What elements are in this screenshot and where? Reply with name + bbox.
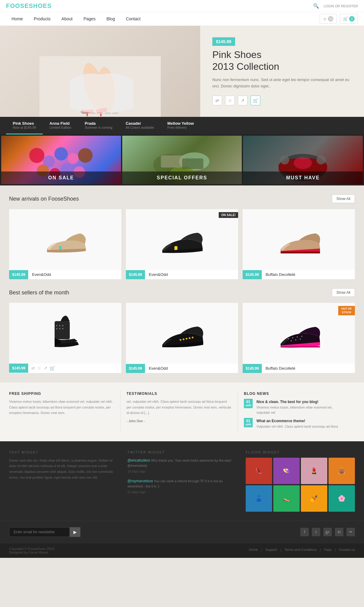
nav-home[interactable]: Home bbox=[6, 12, 28, 25]
footer-link-faqs[interactable]: Faqs bbox=[324, 548, 331, 553]
tab-mellow-sub: Free delivery bbox=[167, 126, 194, 129]
search-button[interactable]: 🔍 bbox=[313, 3, 319, 9]
nav-products[interactable]: Products bbox=[28, 12, 56, 25]
social-facebook[interactable]: f bbox=[300, 528, 309, 536]
social-google-plus[interactable]: g+ bbox=[323, 528, 332, 536]
product-img-1 bbox=[9, 209, 121, 270]
flickr-thumb-6[interactable]: 👡 bbox=[273, 485, 300, 512]
best-seller-card-2[interactable]: $145.99 Even&Odd bbox=[126, 303, 238, 373]
hero-cart-btn[interactable]: 🛒 bbox=[251, 96, 260, 105]
flickr-thumb-3[interactable]: 💄 bbox=[301, 458, 327, 484]
flickr-thumb-7[interactable]: 💅 bbox=[301, 485, 327, 512]
hero-compare-btn[interactable]: ⇄ bbox=[212, 96, 222, 105]
tab-pink-shoes[interactable]: Pink Shoes Now at $145.99 bbox=[6, 117, 43, 134]
svg-point-39 bbox=[288, 338, 289, 339]
footer-link-support[interactable]: Support bbox=[265, 548, 277, 553]
tweet-handle-2[interactable]: @roymarvelous bbox=[127, 479, 153, 483]
tab-prada[interactable]: Prada Summer is coming bbox=[78, 117, 119, 134]
slider-dot-2[interactable] bbox=[89, 113, 96, 114]
social-other[interactable]: •• bbox=[346, 528, 355, 536]
footer-info: FREE SHIPPING Vivamus metus turpis, bibe… bbox=[0, 382, 364, 441]
blog-link-2[interactable]: What an Ecommerce theme! bbox=[256, 419, 305, 423]
banner-must-have[interactable]: MUST HAVE bbox=[243, 136, 363, 184]
newsletter-submit-btn[interactable]: ▶ bbox=[70, 527, 80, 537]
footer-link-terms[interactable]: Terms and Conditions bbox=[285, 548, 317, 553]
tab-pink-shoes-sub: Now at $145.99 bbox=[13, 126, 36, 129]
banner-on-sale[interactable]: ON SALE bbox=[1, 136, 121, 184]
tab-casadei-name: Casadei bbox=[126, 121, 154, 126]
tab-casadei[interactable]: Casadei All Colors available bbox=[119, 117, 161, 134]
share-icon-1[interactable]: ↗ bbox=[44, 366, 47, 371]
flickr-thumb-5[interactable]: 👗 bbox=[246, 485, 272, 512]
blog-date-2: 01APR bbox=[244, 418, 253, 427]
slider-dot-1[interactable] bbox=[82, 113, 88, 114]
nav-blog[interactable]: Blog bbox=[101, 12, 120, 25]
brand-logo[interactable]: FOOSESHOES bbox=[6, 2, 52, 9]
banner-on-sale-overlay: ON SALE bbox=[1, 171, 121, 184]
flickr-thumb-4[interactable]: 👜 bbox=[329, 458, 355, 484]
slider-dot-5[interactable] bbox=[112, 113, 118, 114]
product-card-2[interactable]: ON SALE! $145.99 Even&Odd bbox=[126, 209, 238, 279]
cart-icon: 🛒 bbox=[343, 17, 348, 21]
svg-rect-17 bbox=[161, 155, 185, 168]
svg-point-36 bbox=[180, 339, 181, 341]
newsletter-email-input[interactable] bbox=[9, 527, 70, 537]
flickr-thumb-2[interactable]: 👒 bbox=[273, 458, 300, 484]
wishlist-count: 10 bbox=[328, 16, 333, 22]
svg-rect-38 bbox=[281, 346, 320, 348]
boot-img-1 bbox=[44, 312, 86, 354]
flickr-thumb-1[interactable]: 👠 bbox=[246, 458, 272, 484]
slider-dot-4[interactable] bbox=[105, 113, 111, 114]
wishlist-button[interactable]: ☆ 10 bbox=[320, 14, 337, 24]
flickr-thumb-8[interactable]: 🌸 bbox=[329, 485, 355, 512]
svg-point-41 bbox=[297, 337, 298, 337]
tab-anna-field[interactable]: Anna Field Limited Edition bbox=[43, 117, 78, 134]
blog-excerpt-2: Vulputate vel nibh. Class aptent taciti … bbox=[256, 424, 346, 429]
hero-wishlist-btn[interactable]: ☆ bbox=[225, 96, 235, 105]
tab-casadei-sub: All Colors available bbox=[126, 126, 154, 129]
svg-point-20 bbox=[280, 155, 289, 164]
slider-dot-3[interactable] bbox=[97, 113, 103, 114]
compare-icon-1[interactable]: ⇄ bbox=[31, 366, 35, 371]
nav-pages[interactable]: Pages bbox=[78, 12, 101, 25]
best-seller-img-1 bbox=[9, 303, 121, 364]
tweet-handle-1[interactable]: @ericafustero bbox=[127, 458, 150, 463]
shipping-col: FREE SHIPPING Vivamus metus turpis, bibe… bbox=[9, 392, 120, 432]
footer-link-home[interactable]: Home bbox=[249, 548, 258, 553]
shoe-img-3 bbox=[275, 218, 323, 261]
svg-point-22 bbox=[294, 157, 312, 169]
best-seller-card-1[interactable]: $145.99 ⇄ ☆ ↗ 🛒 bbox=[9, 303, 121, 373]
svg-point-9 bbox=[78, 148, 93, 163]
svg-point-37 bbox=[192, 337, 194, 338]
product-card-3[interactable]: $145.99 Buffalo Decolletè bbox=[243, 209, 355, 279]
login-register-link[interactable]: LOGIN or REGISTER bbox=[324, 4, 358, 8]
blog-content-1: Nice & clean. The best for you blog! Viv… bbox=[256, 399, 346, 415]
svg-point-40 bbox=[292, 337, 293, 338]
hero-share-btn[interactable]: ↗ bbox=[238, 96, 248, 105]
wishlist-icon-1[interactable]: ☆ bbox=[37, 366, 41, 371]
nav-contact[interactable]: Contact bbox=[120, 12, 146, 25]
svg-point-33 bbox=[183, 338, 184, 340]
cart-icon-1[interactable]: 🛒 bbox=[50, 366, 55, 371]
banner-special-offers[interactable]: SPECIAL OFFERS bbox=[122, 136, 242, 184]
cart-button[interactable]: 🛒 0 bbox=[340, 14, 358, 24]
svg-rect-18 bbox=[182, 158, 203, 169]
footer-link-contact[interactable]: Contact us bbox=[339, 548, 355, 553]
svg-point-8 bbox=[68, 153, 79, 164]
social-linkedin[interactable]: in bbox=[335, 528, 343, 536]
product-footer-3: $145.99 Buffalo Decolletè bbox=[243, 270, 355, 279]
product-card-1[interactable]: $145.99 Even&Odd bbox=[9, 209, 121, 279]
blog-link-1[interactable]: Nice & clean. The best for you blog! bbox=[256, 400, 318, 404]
best-seller-card-3[interactable]: OUT OF STOCK $145 bbox=[243, 303, 355, 373]
hero-description: Nunc non fermentum nunc. Sed ut ante ege… bbox=[212, 77, 352, 90]
text-widget-text: Donec sed odio dui. Nulla vitae elit lib… bbox=[9, 458, 118, 480]
blog-title: BLOG NEWS bbox=[244, 392, 349, 396]
new-arrivals-show-all[interactable]: Show All bbox=[332, 195, 355, 203]
social-twitter[interactable]: t bbox=[312, 528, 320, 536]
testimonials-title: TESTIMONIALS bbox=[126, 392, 231, 396]
nav-about[interactable]: About bbox=[56, 12, 78, 25]
svg-point-45 bbox=[300, 339, 301, 340]
tab-mellow-yellow[interactable]: Mellow Yellow Free delivery bbox=[161, 117, 201, 134]
best-seller-price-2: $145.99 bbox=[126, 364, 145, 373]
best-sellers-show-all[interactable]: Show All bbox=[332, 288, 355, 297]
